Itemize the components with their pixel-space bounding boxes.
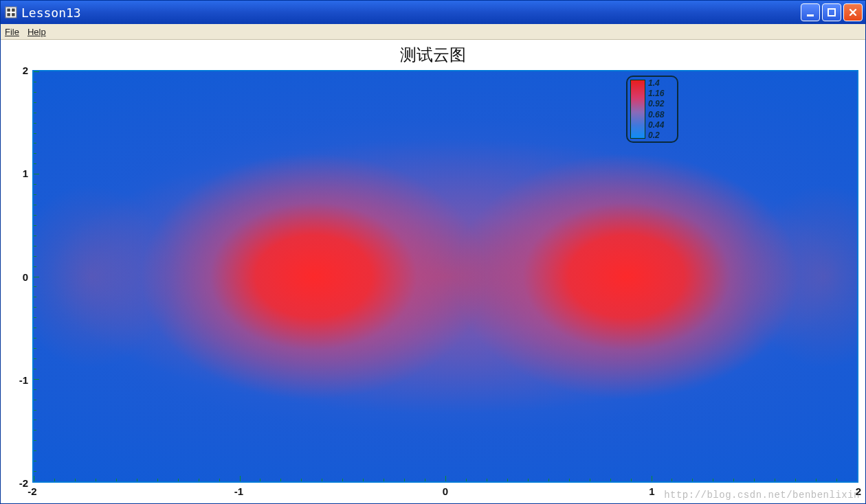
app-window: Lesson13 File Help 测试云图 [0, 0, 866, 504]
plot: 1.4 1.16 0.92 0.68 0.44 0.2 [32, 70, 858, 483]
x-tick-label: -1 [234, 485, 243, 497]
app-icon [5, 6, 17, 19]
colorbar-label: 0.92 [648, 99, 664, 108]
svg-rect-4 [12, 13, 15, 16]
maximize-button[interactable] [822, 3, 841, 21]
colorbar-labels: 1.4 1.16 0.92 0.68 0.44 0.2 [645, 80, 674, 139]
svg-rect-5 [807, 14, 814, 16]
colorbar-legend: 1.4 1.16 0.92 0.68 0.44 0.2 [626, 76, 678, 143]
close-icon [848, 8, 858, 17]
y-tick-label: -1 [19, 374, 28, 385]
minimize-button[interactable] [801, 3, 820, 21]
maximize-icon [827, 8, 836, 17]
colorbar-gradient [630, 80, 645, 139]
watermark-text: http://blog.csdn.net/benbenlixin [664, 490, 860, 501]
heatmap-field [34, 71, 857, 481]
y-tick-label: 0 [23, 271, 28, 282]
y-tick-label: -2 [19, 477, 28, 489]
colorbar-label: 0.44 [648, 120, 664, 130]
svg-rect-6 [828, 9, 835, 16]
menu-help[interactable]: Help [27, 27, 46, 37]
x-tick-label: -2 [27, 485, 36, 497]
y-axis-labels: 2 1 0 -1 -2 [5, 70, 30, 483]
svg-rect-3 [7, 13, 10, 16]
colorbar-label: 0.2 [648, 130, 660, 140]
svg-rect-2 [12, 8, 15, 12]
colorbar-label: 0.68 [648, 110, 664, 119]
y-tick-label: 1 [23, 168, 28, 179]
x-tick-label: 1 [649, 485, 654, 497]
y-tick-label: 2 [23, 65, 28, 76]
client-area: 测试云图 1.4 1.16 0.92 0.68 0.44 0.2 [1, 40, 865, 503]
colorbar-label: 1.4 [648, 78, 660, 88]
minimize-icon [806, 8, 815, 17]
svg-rect-1 [7, 8, 10, 12]
titlebar[interactable]: Lesson13 [1, 1, 865, 24]
x-tick-label: 0 [443, 485, 448, 497]
heatmap-area: 1.4 1.16 0.92 0.68 0.44 0.2 [32, 70, 858, 483]
window-controls [801, 3, 863, 21]
chart-title: 测试云图 [1, 44, 865, 66]
menubar: File Help [1, 24, 865, 40]
menu-file[interactable]: File [5, 27, 19, 37]
colorbar-label: 1.16 [648, 89, 664, 98]
window-title: Lesson13 [21, 5, 81, 20]
close-button[interactable] [843, 3, 863, 21]
